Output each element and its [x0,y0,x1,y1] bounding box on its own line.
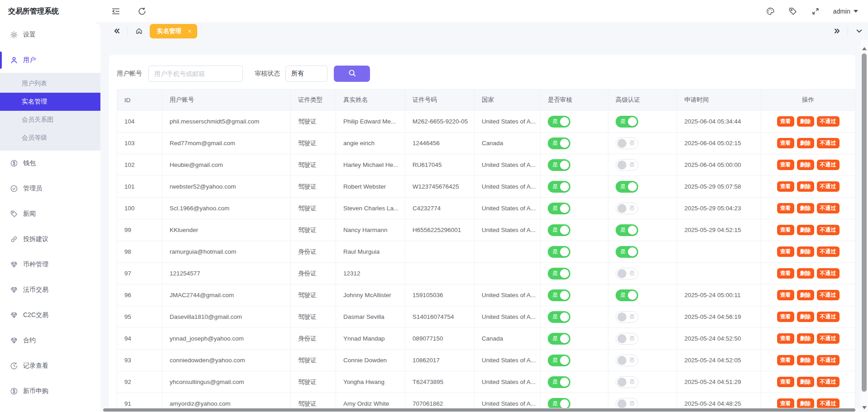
scroll-up-arrow-icon[interactable] [862,47,867,50]
advanced-toggle[interactable]: 否 [616,268,638,279]
view-button[interactable]: 查看 [777,355,794,366]
reject-button[interactable]: 不通过 [817,355,840,366]
search-button[interactable] [334,66,370,82]
delete-button[interactable]: 删除 [797,246,814,257]
delete-button[interactable]: 删除 [797,160,814,170]
audit-toggle[interactable]: 是 [548,355,570,366]
audit-toggle[interactable]: 是 [548,116,570,128]
sidebar-item-users[interactable]: 用户 [0,47,100,73]
view-button[interactable]: 查看 [777,312,794,322]
audit-toggle[interactable]: 是 [548,311,570,323]
audit-toggle[interactable]: 是 [548,246,570,258]
sidebar-item-wallet[interactable]: 钱包 [0,151,100,176]
audit-toggle[interactable]: 是 [548,181,570,193]
advanced-toggle[interactable]: 否 [616,203,638,214]
delete-button[interactable]: 删除 [797,138,814,149]
audit-toggle[interactable]: 是 [548,289,570,301]
advanced-toggle[interactable]: 是 [616,289,638,301]
sidebar-item-feedback[interactable]: 投拆建议 [0,227,100,252]
delete-button[interactable]: 删除 [797,225,814,236]
vertical-scrollbar-thumb[interactable] [862,53,867,392]
delete-button[interactable]: 删除 [797,268,814,279]
audit-toggle[interactable]: 是 [548,203,570,214]
audit-toggle[interactable]: 是 [548,224,570,236]
tabs-menu-icon[interactable] [854,26,864,37]
view-button[interactable]: 查看 [777,160,794,170]
tag-icon[interactable] [788,6,798,16]
refresh-icon[interactable] [137,6,147,16]
close-tab-icon[interactable]: × [188,28,192,34]
sidebar-item-admins[interactable]: 管理员 [0,176,100,201]
sidebar-item-fiat-trade[interactable]: 法币交易 [0,277,100,303]
status-select[interactable]: 所有 [285,66,327,82]
advanced-toggle[interactable]: 否 [616,376,638,388]
scroll-down-arrow-icon[interactable] [862,406,867,409]
advanced-toggle[interactable]: 否 [616,137,638,149]
view-button[interactable]: 查看 [777,377,794,388]
advanced-toggle[interactable]: 否 [616,355,638,366]
delete-button[interactable]: 删除 [797,181,814,192]
theme-palette-icon[interactable] [765,6,775,16]
reject-button[interactable]: 不通过 [817,290,840,301]
sidebar-item-settings[interactable]: 设置 [0,22,100,47]
sidebar-subitem-realname-manage[interactable]: 实名管理 [0,93,100,111]
account-input[interactable] [148,66,243,82]
advanced-toggle[interactable]: 是 [616,116,638,128]
audit-toggle[interactable]: 是 [548,137,570,149]
sidebar-item-contracts[interactable]: 合约 [0,328,100,353]
delete-button[interactable]: 删除 [797,203,814,214]
delete-button[interactable]: 删除 [797,290,814,301]
view-button[interactable]: 查看 [777,203,794,214]
reject-button[interactable]: 不通过 [817,312,840,322]
view-button[interactable]: 查看 [777,268,794,279]
reject-button[interactable]: 不通过 [817,181,840,192]
reject-button[interactable]: 不通过 [817,116,840,127]
delete-button[interactable]: 删除 [797,398,814,409]
reject-button[interactable]: 不通过 [817,203,840,214]
advanced-toggle[interactable]: 否 [616,159,638,171]
delete-button[interactable]: 删除 [797,377,814,388]
delete-button[interactable]: 删除 [797,116,814,127]
tab-realname-manage[interactable]: 实名管理 × [150,24,197,38]
audit-toggle[interactable]: 是 [548,333,570,345]
tabs-scroll-left-icon[interactable] [111,26,122,37]
home-tab-icon[interactable] [133,26,144,37]
delete-button[interactable]: 删除 [797,355,814,366]
reject-button[interactable]: 不通过 [817,225,840,236]
view-button[interactable]: 查看 [777,246,794,257]
reject-button[interactable]: 不通过 [817,377,840,388]
view-button[interactable]: 查看 [777,181,794,192]
collapse-sidebar-icon[interactable] [111,6,121,16]
horizontal-scrollbar-thumb[interactable] [103,408,855,412]
advanced-toggle[interactable]: 否 [616,333,638,345]
view-button[interactable]: 查看 [777,333,794,344]
delete-button[interactable]: 删除 [797,333,814,344]
user-menu[interactable]: admin [833,8,858,15]
sidebar-item-c2c-trade[interactable]: C2C交易 [0,303,100,328]
sidebar-subitem-member-relations[interactable]: 会员关系图 [0,111,100,129]
audit-toggle[interactable]: 是 [548,376,570,388]
advanced-toggle[interactable]: 否 [616,311,638,323]
sidebar-item-coin-manage[interactable]: 币种管理 [0,252,100,277]
fullscreen-icon[interactable] [811,6,821,16]
reject-button[interactable]: 不通过 [817,160,840,170]
advanced-toggle[interactable]: 是 [616,246,638,258]
reject-button[interactable]: 不通过 [817,246,840,257]
audit-toggle[interactable]: 是 [548,268,570,279]
reject-button[interactable]: 不通过 [817,138,840,149]
delete-button[interactable]: 删除 [797,312,814,322]
sidebar-subitem-member-levels[interactable]: 会员等级 [0,129,100,147]
horizontal-scrollbar[interactable] [100,408,861,412]
audit-toggle[interactable]: 是 [548,159,570,171]
advanced-toggle[interactable]: 是 [616,224,638,236]
view-button[interactable]: 查看 [777,116,794,127]
reject-button[interactable]: 不通过 [817,398,840,409]
vertical-scrollbar[interactable] [861,40,868,412]
reject-button[interactable]: 不通过 [817,333,840,344]
sidebar-subitem-user-list[interactable]: 用户列表 [0,75,100,93]
view-button[interactable]: 查看 [777,225,794,236]
view-button[interactable]: 查看 [777,398,794,409]
sidebar-item-new-coin[interactable]: 新币申购 [0,379,100,404]
reject-button[interactable]: 不通过 [817,268,840,279]
advanced-toggle[interactable]: 是 [616,181,638,193]
